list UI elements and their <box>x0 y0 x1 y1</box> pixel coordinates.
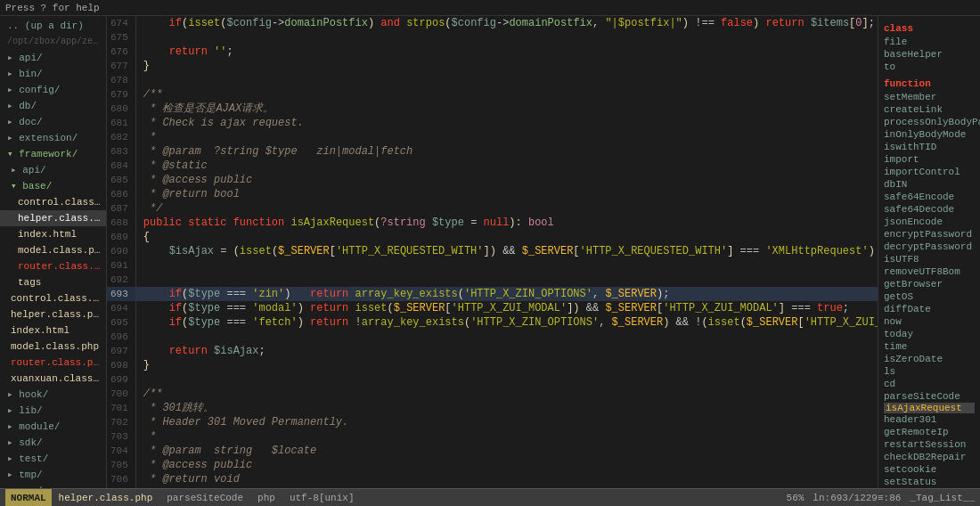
right-fn-today[interactable]: today <box>884 328 975 340</box>
code-line-681: 681 * Check is ajax request. <box>107 116 878 130</box>
right-fn-ls[interactable]: ls <box>884 365 975 378</box>
right-fn-import[interactable]: import <box>884 153 975 166</box>
help-bar: Press ? for help <box>0 0 980 16</box>
code-line-701: 701 * 301跳转。 <box>107 401 878 415</box>
sidebar-item-api[interactable]: ▸ api/ <box>0 50 106 66</box>
help-text: Press ? for help <box>5 3 100 13</box>
right-fn-checkDB2Repair[interactable]: checkDB2Repair <box>884 451 975 463</box>
right-class-to[interactable]: to <box>884 61 975 73</box>
right-fn-isAjaxRequest[interactable]: isAjaxRequest <box>884 403 975 413</box>
right-fn-getRemoteIp[interactable]: getRemoteIp <box>884 426 975 438</box>
right-panel: class file baseHelper to function setMem… <box>878 16 980 488</box>
right-fn-createLink[interactable]: createLink <box>884 103 975 116</box>
sidebar-file-model1[interactable]: model.class.php <box>0 242 106 258</box>
class-section-title: class <box>884 23 975 34</box>
right-fn-setcookie[interactable]: setcookie <box>884 463 975 476</box>
right-fn-encryptPassword[interactable]: encryptPassword <box>884 228 975 241</box>
sidebar-item-extension[interactable]: ▸ extension/ <box>0 130 106 146</box>
sidebar-item-bin[interactable]: ▸ bin/ <box>0 66 106 82</box>
sidebar-file-router1[interactable]: router.class.php* <box>0 258 106 274</box>
right-fn-time[interactable]: time <box>884 340 975 353</box>
code-area: 674 if(isset($config->domainPostfix) and… <box>107 16 878 488</box>
right-fn-dbIN[interactable]: dbIN <box>884 178 975 191</box>
sidebar-item-base[interactable]: ▾ base/ <box>0 178 106 194</box>
code-line-684: 684 * @static <box>107 159 878 173</box>
sidebar-file-router2[interactable]: router.class.php* <box>0 355 106 371</box>
right-fn-inOnlyBodyMode[interactable]: inOnlyBodyMode <box>884 128 975 141</box>
right-fn-getOS[interactable]: getOS <box>884 290 975 303</box>
mode-indicator: NORMAL <box>5 489 52 507</box>
code-line-694: 694 if($type === 'modal') return isset($… <box>107 301 878 315</box>
sidebar-file-index2[interactable]: index.html <box>0 322 106 339</box>
sidebar-file-helper2[interactable]: helper.class.php <box>0 306 106 322</box>
right-fn-setMember[interactable]: setMember <box>884 91 975 103</box>
sidebar-item-api-sub[interactable]: ▸ api/ <box>0 162 106 178</box>
right-fn-cd[interactable]: cd <box>884 378 975 390</box>
right-class-file[interactable]: file <box>884 36 975 48</box>
right-class-basehelper[interactable]: baseHelper <box>884 48 975 61</box>
sidebar-item-module[interactable]: ▸ module/ <box>0 419 106 435</box>
code-line-686: 686 * @return bool <box>107 187 878 201</box>
code-line-688: 688 public static function isAjaxRequest… <box>107 216 878 230</box>
code-line-691: 691 <box>107 258 878 273</box>
right-fn-safe64Encode[interactable]: safe64Encode <box>884 191 975 203</box>
status-file: helper.class.php <box>59 493 153 503</box>
sidebar-parent-dir[interactable]: .. (up a dir) <box>0 18 106 34</box>
code-line-693: 693 if($type === 'zin') return array_key… <box>107 287 878 301</box>
status-encoding: php <box>257 493 275 503</box>
right-fn-removeUTF8Bom[interactable]: removeUTF8Bom <box>884 265 975 278</box>
right-fn-header301[interactable]: header301 <box>884 413 975 426</box>
right-fn-diffDate[interactable]: diffDate <box>884 303 975 315</box>
sidebar-path: /opt/zbox/app/zentao/ <box>0 34 106 50</box>
sidebar-item-test[interactable]: ▸ test/ <box>0 451 106 467</box>
sidebar-item-doc[interactable]: ▸ doc/ <box>0 114 106 130</box>
sidebar-item-db[interactable]: ▸ db/ <box>0 98 106 114</box>
code-line-682: 682 * <box>107 130 878 144</box>
code-line-689: 689 { <box>107 230 878 244</box>
right-fn-isUTF8[interactable]: isUTF8 <box>884 253 975 265</box>
code-line-695: 695 if($type === 'fetch') return !array_… <box>107 315 878 330</box>
sidebar-file-index1[interactable]: index.html <box>0 226 106 242</box>
code-line-696: 696 <box>107 330 878 344</box>
sidebar-item-framework[interactable]: ▾ framework/ <box>0 146 106 162</box>
sidebar-item-lib[interactable]: ▸ lib/ <box>0 403 106 419</box>
right-fn-processOnlyBodyPara[interactable]: processOnlyBodyPara <box>884 116 975 128</box>
sidebar-item-sdk[interactable]: ▸ sdk/ <box>0 435 106 451</box>
sidebar: .. (up a dir) /opt/zbox/app/zentao/ ▸ ap… <box>0 16 107 488</box>
sidebar-file-helper[interactable]: helper.class.php <box>0 210 106 226</box>
right-fn-restartSession[interactable]: restartSession <box>884 438 975 451</box>
right-fn-setStatus[interactable]: setStatus <box>884 476 975 488</box>
sidebar-item-tmp[interactable]: ▸ tmp/ <box>0 467 106 483</box>
status-zoom: 56% <box>787 493 804 503</box>
right-fn-safe64Decode[interactable]: safe64Decode <box>884 203 975 216</box>
code-line-687: 687 */ <box>107 201 878 216</box>
code-line-699: 699 <box>107 372 878 387</box>
sidebar-file-tags[interactable]: tags <box>0 274 106 290</box>
sidebar-item-hook[interactable]: ▸ hook/ <box>0 387 106 403</box>
right-fn-parseSiteCode[interactable]: parseSiteCode <box>884 390 975 403</box>
status-bar: NORMAL helper.class.php parseSiteCode ph… <box>0 488 980 506</box>
code-line-675: 675 <box>107 30 878 45</box>
sidebar-file-xuanxuan[interactable]: xuanxuan.class.php <box>0 371 106 387</box>
code-line-679: 679 /** <box>107 87 878 102</box>
code-line-706: 706 * @return void <box>107 472 878 486</box>
status-tag-list: _Tag_List__ <box>910 493 975 503</box>
right-fn-jsonEncode[interactable]: jsonEncode <box>884 216 975 228</box>
code-line-690: 690 $isAjax = (isset($_SERVER['HTTP_X_RE… <box>107 244 878 258</box>
sidebar-file-model2[interactable]: model.class.php <box>0 339 106 355</box>
status-func: parseSiteCode <box>167 493 243 503</box>
code-scroll[interactable]: 674 if(isset($config->domainPostfix) and… <box>107 16 878 488</box>
code-line-677: 677 } <box>107 59 878 73</box>
right-fn-getBrowser[interactable]: getBrowser <box>884 278 975 290</box>
right-fn-isZeroDate[interactable]: isZeroDate <box>884 353 975 365</box>
sidebar-item-config[interactable]: ▸ config/ <box>0 82 106 98</box>
code-line-692: 692 <box>107 273 878 287</box>
code-line-702: 702 * Header 301 Moved Permanently. <box>107 415 878 429</box>
right-fn-decryptPassword[interactable]: decryptPassword <box>884 241 975 253</box>
sidebar-file-control1[interactable]: control.class.php <box>0 194 106 210</box>
right-fn-importControl[interactable]: importControl <box>884 166 975 178</box>
right-fn-iswithTID[interactable]: iswithTID <box>884 141 975 153</box>
code-line-697: 697 return $isAjax; <box>107 344 878 358</box>
sidebar-file-control2[interactable]: control.class.php <box>0 290 106 306</box>
right-fn-now[interactable]: now <box>884 315 975 328</box>
